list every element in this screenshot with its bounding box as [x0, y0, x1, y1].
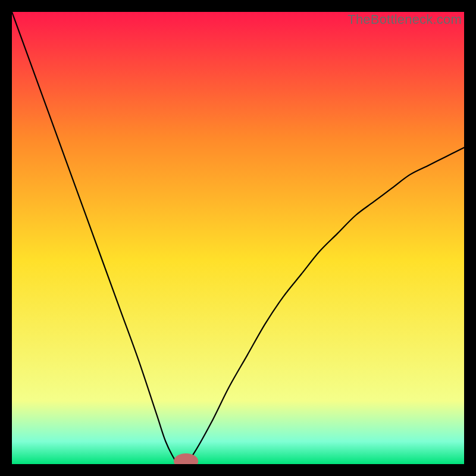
- gradient-background: [12, 12, 464, 464]
- chart-frame: TheBottleneck.com: [12, 12, 464, 464]
- watermark-text: TheBottleneck.com: [347, 12, 462, 27]
- bottleneck-chart: [12, 12, 464, 464]
